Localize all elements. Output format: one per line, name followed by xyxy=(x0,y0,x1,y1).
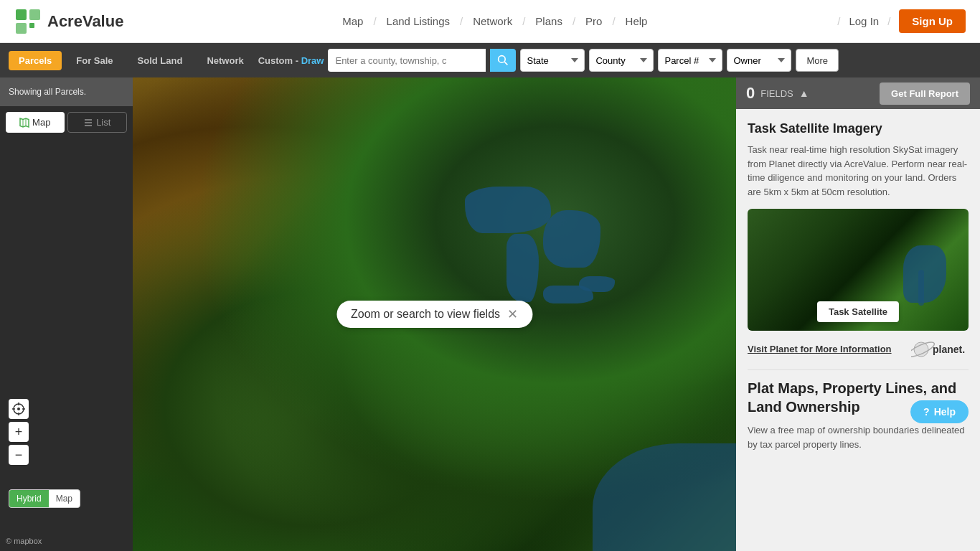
draw-link[interactable]: Draw xyxy=(301,55,324,66)
tab-for-sale[interactable]: For Sale xyxy=(66,51,123,70)
zoom-controls: + − xyxy=(9,399,29,465)
sidebar-left: Showing all Parcels. Map List xyxy=(0,77,133,551)
main-nav: Map / Land Listings / Network / Plans / … xyxy=(152,15,837,27)
ownership-section: Plat Maps, Property Lines, and Land Owne… xyxy=(748,379,969,451)
fields-label: FIELDS xyxy=(760,88,793,99)
owner-select[interactable]: Owner xyxy=(727,49,791,72)
planet-logo-svg: planet. xyxy=(911,339,969,359)
lake-ontario xyxy=(579,276,615,292)
logo[interactable]: AcreValue xyxy=(14,8,123,35)
satellite-section-desc: Task near real-time high resolution SkyS… xyxy=(748,143,969,199)
river-shape xyxy=(903,245,946,303)
hybrid-map-button[interactable]: Hybrid xyxy=(9,490,49,507)
help-icon: ? xyxy=(923,406,930,418)
signup-button[interactable]: Sign Up xyxy=(899,9,966,33)
nav-sep-5: / xyxy=(612,15,615,27)
logo-text: AcreValue xyxy=(47,12,123,31)
ownership-desc: View a free map of ownership boundaries … xyxy=(748,423,969,451)
map-area[interactable]: Zoom or search to view fields ✕ xyxy=(133,77,736,551)
satellite-section-title: Task Satellite Imagery xyxy=(748,121,969,137)
header-right: / Log In / Sign Up xyxy=(837,9,966,33)
status-text: Showing all Parcels. xyxy=(9,87,86,97)
visit-planet-row: Visit Planet for More Information planet… xyxy=(748,339,969,359)
county-select[interactable]: County xyxy=(589,49,654,72)
ocean-bottom xyxy=(593,443,736,551)
planet-logo: planet. xyxy=(911,339,969,359)
state-select[interactable]: State xyxy=(520,49,585,72)
nav-help[interactable]: Help xyxy=(620,15,654,27)
nav-sep-1: / xyxy=(373,15,376,27)
map-view-button[interactable]: Map xyxy=(6,112,65,133)
fields-chevron-icon: ▲ xyxy=(799,88,809,99)
zoom-out-button[interactable]: − xyxy=(9,445,29,465)
view-toggle: Map List xyxy=(0,106,133,138)
locate-icon xyxy=(12,402,25,415)
locate-button[interactable] xyxy=(9,399,29,419)
search-button[interactable] xyxy=(490,49,516,72)
map-type-toggle: Hybrid Map xyxy=(9,489,80,508)
filter-bar: Parcels For Sale Sold Land Network Custo… xyxy=(0,43,980,77)
panel-divider xyxy=(748,369,969,370)
map-canvas: Zoom or search to view fields ✕ xyxy=(133,77,736,551)
svg-rect-3 xyxy=(29,23,34,28)
mapbox-credit: © mapbox xyxy=(6,537,42,545)
zoom-in-button[interactable]: + xyxy=(9,422,29,442)
zoom-tooltip: Zoom or search to view fields ✕ xyxy=(336,301,532,328)
header: AcreValue Map / Land Listings / Network … xyxy=(0,0,980,43)
svg-rect-0 xyxy=(16,9,27,20)
svg-rect-2 xyxy=(16,23,27,34)
visit-planet-link[interactable]: Visit Planet for More Information xyxy=(748,343,892,356)
river-shape-2 xyxy=(918,270,924,306)
fields-bar: 0 FIELDS ▲ Get Full Report xyxy=(736,77,980,109)
logo-icon xyxy=(14,8,42,35)
fields-count: 0 FIELDS ▲ xyxy=(746,84,809,103)
status-bar: Showing all Parcels. xyxy=(0,77,133,106)
custom-label: Custom - Draw xyxy=(258,55,324,66)
nav-network[interactable]: Network xyxy=(467,15,518,27)
list-view-button[interactable]: List xyxy=(67,112,128,133)
nav-pro[interactable]: Pro xyxy=(580,15,608,27)
nav-sep-3: / xyxy=(522,15,525,27)
parcel-select[interactable]: Parcel # xyxy=(658,49,722,72)
svg-point-12 xyxy=(17,408,20,410)
satellite-preview-image: Task Satellite xyxy=(748,209,969,331)
map-view-icon xyxy=(19,118,29,128)
get-report-button[interactable]: Get Full Report xyxy=(880,83,970,105)
zoom-tooltip-text: Zoom or search to view fields xyxy=(351,308,500,321)
tab-network[interactable]: Network xyxy=(197,51,253,70)
lake-superior xyxy=(465,187,551,233)
tooltip-close-button[interactable]: ✕ xyxy=(507,308,518,321)
search-icon xyxy=(497,55,509,66)
nav-sep-7: / xyxy=(887,15,890,27)
list-view-icon xyxy=(83,118,93,128)
task-satellite-button[interactable]: Task Satellite xyxy=(817,301,899,322)
login-button[interactable]: Log In xyxy=(849,15,879,27)
nav-land-listings[interactable]: Land Listings xyxy=(381,15,456,27)
tab-parcels[interactable]: Parcels xyxy=(9,51,62,70)
svg-point-4 xyxy=(499,56,506,63)
map-type-button[interactable]: Map xyxy=(49,490,80,507)
nav-map[interactable]: Map xyxy=(336,15,369,27)
svg-rect-1 xyxy=(29,9,40,20)
lake-huron xyxy=(543,210,600,268)
search-input[interactable] xyxy=(328,49,486,72)
panel-content: Task Satellite Imagery Task near real-ti… xyxy=(736,109,980,463)
tab-sold-land[interactable]: Sold Land xyxy=(128,51,193,70)
more-button[interactable]: More xyxy=(796,49,839,72)
svg-line-5 xyxy=(505,62,508,65)
lake-michigan xyxy=(507,234,539,302)
nav-sep-2: / xyxy=(460,15,463,27)
main-content: Showing all Parcels. Map List xyxy=(0,77,980,551)
fields-number: 0 xyxy=(746,84,755,103)
nav-sep-6: / xyxy=(837,15,840,27)
right-panel: 0 FIELDS ▲ Get Full Report Task Satellit… xyxy=(736,77,980,551)
svg-text:planet.: planet. xyxy=(933,344,965,355)
help-button[interactable]: ? Help xyxy=(910,400,969,423)
nav-sep-4: / xyxy=(573,15,575,27)
nav-plans[interactable]: Plans xyxy=(529,15,568,27)
